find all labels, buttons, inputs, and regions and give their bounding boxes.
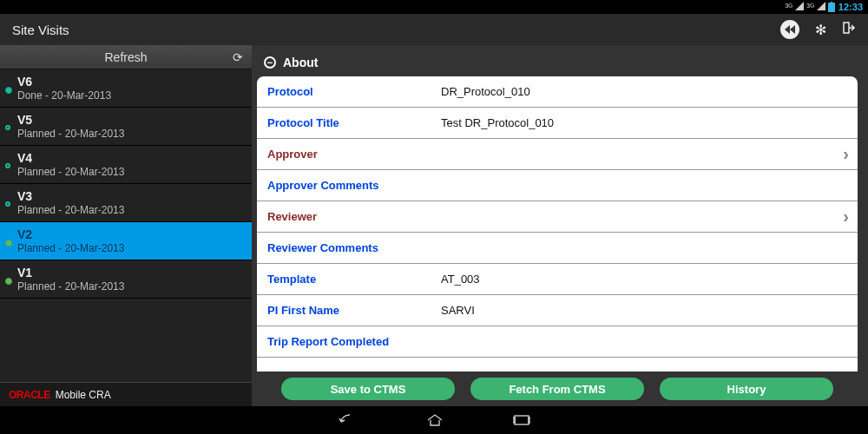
signal-3g-icon-2: ³ᴳ bbox=[806, 2, 814, 13]
svg-rect-7 bbox=[529, 418, 530, 423]
row-reviewer[interactable]: Reviewer › bbox=[257, 201, 858, 233]
svg-rect-4 bbox=[844, 23, 849, 33]
visit-item-v1[interactable]: V1 Planned - 20-Mar-2013 bbox=[0, 260, 252, 299]
visit-name: V3 bbox=[17, 189, 243, 203]
row-approver-comments: Approver Comments bbox=[257, 170, 858, 201]
visit-status: Planned - 20-Mar-2013 bbox=[17, 242, 243, 254]
logout-icon[interactable] bbox=[842, 21, 856, 38]
signal-bars-icon bbox=[795, 2, 804, 12]
fetch-from-ctms-button[interactable]: Fetch From CTMS bbox=[470, 378, 644, 400]
field-label: Trip Report Completed bbox=[267, 335, 441, 348]
visit-name: V5 bbox=[17, 113, 243, 127]
status-dot bbox=[5, 125, 10, 130]
visit-item-v5[interactable]: V5 Planned - 20-Mar-2013 bbox=[0, 108, 252, 146]
status-dot bbox=[5, 87, 12, 94]
rewind-button[interactable] bbox=[780, 20, 799, 39]
status-dot bbox=[5, 240, 12, 247]
row-template: Template AT_003 bbox=[257, 264, 858, 295]
field-value: SARVI bbox=[441, 304, 847, 317]
about-section-header[interactable]: − About bbox=[257, 50, 858, 76]
product-name: Mobile CRA bbox=[56, 389, 111, 401]
visit-item-v3[interactable]: V3 Planned - 20-Mar-2013 bbox=[0, 184, 252, 222]
visit-status: Planned - 20-Mar-2013 bbox=[17, 166, 243, 178]
home-nav-icon[interactable] bbox=[426, 413, 444, 427]
field-value: DR_Protocol_010 bbox=[441, 85, 847, 98]
visit-item-v4[interactable]: V4 Planned - 20-Mar-2013 bbox=[0, 146, 252, 184]
row-trip-report: Trip Report Completed bbox=[257, 326, 858, 358]
visit-name: V2 bbox=[17, 227, 243, 241]
svg-marker-1 bbox=[817, 2, 825, 10]
status-time: 12:33 bbox=[838, 2, 863, 12]
signal-3g-icon: ³ᴳ bbox=[786, 2, 793, 13]
visit-status: Planned - 20-Mar-2013 bbox=[17, 280, 243, 293]
settings-icon[interactable]: ✻ bbox=[815, 22, 826, 38]
row-reviewer-comments: Reviewer Comments bbox=[257, 233, 858, 264]
field-label: Template bbox=[267, 273, 441, 286]
row-protocol: Protocol DR_Protocol_010 bbox=[257, 76, 858, 108]
visit-name: V4 bbox=[17, 151, 243, 165]
visit-status: Done - 20-Mar-2013 bbox=[17, 89, 243, 102]
svg-rect-6 bbox=[513, 418, 515, 423]
refresh-icon: ⟳ bbox=[233, 50, 243, 64]
refresh-button[interactable]: Refresh ⟳ bbox=[0, 45, 252, 69]
chevron-right-icon: › bbox=[843, 207, 849, 227]
visit-status: Planned - 20-Mar-2013 bbox=[17, 204, 243, 216]
status-dot bbox=[5, 163, 10, 168]
visit-name: V1 bbox=[17, 266, 243, 279]
visit-item-v6[interactable]: V6 Done - 20-Mar-2013 bbox=[0, 69, 252, 108]
section-title: About bbox=[283, 56, 318, 69]
refresh-label: Refresh bbox=[104, 50, 147, 64]
row-pi-first-name: PI First Name SARVI bbox=[257, 295, 858, 326]
oracle-logo: ORACLE bbox=[9, 389, 50, 401]
svg-rect-5 bbox=[515, 416, 529, 424]
field-label: Reviewer Comments bbox=[267, 241, 441, 254]
about-panel: Protocol DR_Protocol_010 Protocol Title … bbox=[257, 76, 858, 372]
visit-status: Planned - 20-Mar-2013 bbox=[17, 128, 243, 140]
recent-nav-icon[interactable] bbox=[513, 414, 530, 426]
collapse-icon: − bbox=[264, 56, 276, 69]
battery-icon bbox=[828, 3, 835, 12]
back-nav-icon[interactable] bbox=[338, 413, 357, 427]
field-label: PI First Name bbox=[267, 304, 441, 317]
field-value: AT_003 bbox=[441, 273, 847, 286]
visit-item-v2[interactable]: V2 Planned - 20-Mar-2013 bbox=[0, 222, 252, 260]
field-label: Reviewer bbox=[267, 210, 441, 223]
svg-marker-0 bbox=[795, 2, 804, 10]
svg-marker-2 bbox=[785, 25, 790, 34]
signal-bars-icon-2 bbox=[817, 2, 825, 12]
field-value: Test DR_Protocol_010 bbox=[441, 116, 847, 129]
field-label: Protocol Title bbox=[267, 116, 441, 129]
chevron-right-icon: › bbox=[843, 144, 849, 164]
status-dot bbox=[5, 201, 10, 207]
field-label: Approver Comments bbox=[267, 179, 441, 192]
field-label: Approver bbox=[267, 148, 441, 161]
field-label: Protocol bbox=[267, 85, 441, 98]
svg-marker-3 bbox=[790, 25, 795, 34]
row-protocol-title: Protocol Title Test DR_Protocol_010 bbox=[257, 108, 858, 139]
status-dot bbox=[5, 278, 12, 285]
row-approver[interactable]: Approver › bbox=[257, 139, 858, 170]
visit-name: V6 bbox=[17, 75, 243, 89]
history-button[interactable]: History bbox=[660, 378, 833, 400]
save-to-ctms-button[interactable]: Save to CTMS bbox=[281, 378, 455, 400]
page-title: Site Visits bbox=[12, 23, 69, 37]
